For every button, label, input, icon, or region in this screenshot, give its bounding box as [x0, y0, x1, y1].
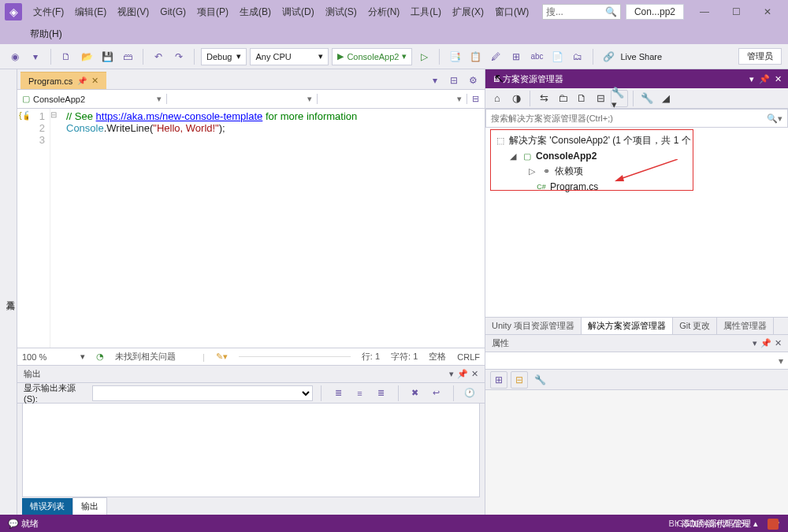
- tab-git-changes[interactable]: Git 更改: [673, 318, 717, 334]
- code-editor[interactable]: {🔒 123 ⊟ // See https://aka.ms/new-conso…: [17, 109, 485, 348]
- output-autohide-icon[interactable]: 📌: [457, 369, 468, 379]
- prop-combo-dd[interactable]: ▾: [779, 355, 783, 366]
- tab-dropdown-icon[interactable]: ▾: [426, 72, 444, 89]
- menu-window[interactable]: 窗口(W): [490, 2, 533, 22]
- live-share-label[interactable]: Live Share: [620, 52, 662, 61]
- output-pin-icon[interactable]: ▾: [449, 369, 454, 379]
- save-all-icon[interactable]: 🗃: [119, 48, 136, 65]
- se-pin-icon[interactable]: 📌: [759, 74, 770, 84]
- output-body[interactable]: [22, 404, 480, 497]
- maximize-button[interactable]: ☐: [720, 1, 752, 23]
- tb-icon-6[interactable]: 📄: [548, 48, 566, 65]
- prop-pin-icon[interactable]: ▾: [753, 338, 757, 348]
- se-dropdown-icon[interactable]: ▾: [749, 74, 754, 84]
- menu-analyze[interactable]: 分析(N): [363, 2, 405, 22]
- nav-type-combo[interactable]: ▾: [167, 94, 317, 104]
- play-no-debug-icon[interactable]: ▷: [415, 48, 433, 65]
- file-node[interactable]: C#Program.cs: [489, 180, 785, 194]
- project-node[interactable]: ◢▢ConsoleApp2: [489, 149, 785, 163]
- se-wrench-icon[interactable]: 🔧: [638, 90, 656, 107]
- run-button[interactable]: ▶ConsoleApp2▾: [332, 48, 412, 65]
- tb-icon-7[interactable]: 🗂: [569, 48, 586, 65]
- output-source-combo[interactable]: [92, 385, 313, 401]
- tab-output[interactable]: 输出: [72, 497, 107, 515]
- nav-split-icon[interactable]: ⊟: [467, 91, 485, 108]
- tb-icon-3[interactable]: 🖉: [487, 48, 504, 65]
- open-icon[interactable]: 📂: [78, 48, 95, 65]
- menu-test[interactable]: 测试(S): [321, 2, 362, 22]
- out-time-icon[interactable]: 🕐: [462, 385, 478, 402]
- eol-mode[interactable]: CRLF: [457, 352, 480, 362]
- undo-icon[interactable]: ↶: [150, 48, 167, 65]
- out-wrap-icon[interactable]: ↩: [428, 385, 444, 402]
- out-icon-2[interactable]: ≡: [351, 385, 368, 402]
- left-tool-rail[interactable]: 工具箱: [0, 69, 17, 515]
- lightbulb-icon[interactable]: ✎▾: [216, 352, 228, 362]
- indent-mode[interactable]: 空格: [429, 351, 446, 363]
- prop-wrench-icon[interactable]: 🔧: [531, 371, 548, 389]
- output-close-icon[interactable]: ✕: [471, 369, 478, 379]
- menu-file[interactable]: 文件(F): [28, 2, 69, 22]
- menu-git[interactable]: Git(G): [155, 3, 191, 20]
- save-icon[interactable]: 💾: [98, 48, 116, 65]
- menu-ext[interactable]: 扩展(X): [448, 2, 489, 22]
- menu-view[interactable]: 视图(V): [113, 2, 154, 22]
- se-view-icon[interactable]: ◑: [507, 90, 525, 107]
- pin-icon[interactable]: 📌: [77, 76, 87, 85]
- prop-autohide-icon[interactable]: 📌: [760, 338, 771, 348]
- nav-back-icon[interactable]: ◉: [6, 48, 24, 65]
- menu-tools[interactable]: 工具(L): [406, 2, 446, 22]
- properties-body[interactable]: [485, 390, 788, 515]
- tb-icon-1[interactable]: 📑: [446, 48, 463, 65]
- expand-icon[interactable]: ◢: [507, 151, 519, 162]
- tb-icon-4[interactable]: ⊞: [507, 48, 525, 65]
- menu-edit[interactable]: 编辑(E): [70, 2, 111, 22]
- nav-project-combo[interactable]: ▢ConsoleApp2▾: [17, 94, 167, 104]
- feedback-icon[interactable]: 💬: [8, 519, 19, 529]
- deps-node[interactable]: ▷⚭依赖项: [489, 163, 785, 180]
- tb-icon-2[interactable]: 📋: [466, 48, 484, 65]
- nav-fwd-icon[interactable]: ▾: [27, 48, 44, 65]
- se-more-icon[interactable]: ◢: [657, 90, 675, 107]
- nav-member-combo[interactable]: ▾: [318, 94, 467, 104]
- solution-tree[interactable]: ⬚解决方案 'ConsoleApp2' (1 个项目，共 1 个 ◢▢Conso…: [485, 128, 788, 317]
- se-home-icon[interactable]: ⌂: [489, 90, 506, 107]
- tab-close-icon[interactable]: ✕: [91, 76, 98, 86]
- tb-icon-5[interactable]: abc: [528, 48, 545, 65]
- se-properties-icon[interactable]: 🔧▾: [611, 90, 628, 107]
- se-collapse-icon[interactable]: ⊟: [592, 90, 609, 107]
- menu-help[interactable]: 帮助(H): [25, 24, 67, 44]
- close-button[interactable]: ✕: [752, 1, 783, 23]
- sln-node[interactable]: ⬚解决方案 'ConsoleApp2' (1 个项目，共 1 个: [489, 132, 785, 149]
- zoom-level[interactable]: 100 %: [22, 352, 69, 362]
- prop-cat-icon[interactable]: ⊞: [490, 371, 507, 389]
- se-sync-icon[interactable]: ⇆: [535, 90, 552, 107]
- tab-unity[interactable]: Unity 项目资源管理器: [485, 318, 582, 334]
- platform-combo[interactable]: Any CPU▾: [250, 48, 329, 65]
- prop-az-icon[interactable]: ⊟: [511, 371, 528, 389]
- menu-project[interactable]: 项目(P): [192, 2, 233, 22]
- redo-icon[interactable]: ↷: [170, 48, 188, 65]
- se-search[interactable]: 搜索解决方案资源管理器(Ctrl+;)🔍▾: [485, 109, 788, 128]
- out-icon-3[interactable]: ≣: [373, 385, 389, 402]
- menu-debug[interactable]: 调试(D): [277, 2, 319, 22]
- notification-badge[interactable]: [768, 519, 779, 530]
- code-content[interactable]: // See https://aka.ms/new-console-templa…: [61, 109, 357, 348]
- out-clear-icon[interactable]: ✖: [407, 385, 423, 402]
- se-close-icon[interactable]: ✕: [775, 74, 782, 84]
- se-showall-icon[interactable]: 🗋: [573, 90, 590, 107]
- prop-close-icon[interactable]: ✕: [775, 338, 782, 348]
- out-icon-1[interactable]: ≣: [329, 385, 346, 402]
- tab-gear-icon[interactable]: ⚙: [464, 72, 481, 89]
- config-combo[interactable]: Debug▾: [201, 48, 247, 65]
- se-refresh-icon[interactable]: 🗀: [554, 90, 571, 107]
- tab-error-list[interactable]: 错误列表: [22, 498, 72, 515]
- tab-program-cs[interactable]: Program.cs 📌 ✕: [20, 72, 106, 89]
- expand-deps-icon[interactable]: ▷: [526, 166, 537, 177]
- tab-solution-explorer[interactable]: 解决方案资源管理器: [582, 318, 673, 334]
- title-search[interactable]: 搜...🔍: [542, 4, 621, 20]
- menu-build[interactable]: 生成(B): [235, 2, 276, 22]
- fold-margin[interactable]: ⊟: [50, 109, 61, 348]
- live-share-icon[interactable]: 🔗: [600, 48, 617, 65]
- tab-split-icon[interactable]: ⊟: [445, 72, 463, 89]
